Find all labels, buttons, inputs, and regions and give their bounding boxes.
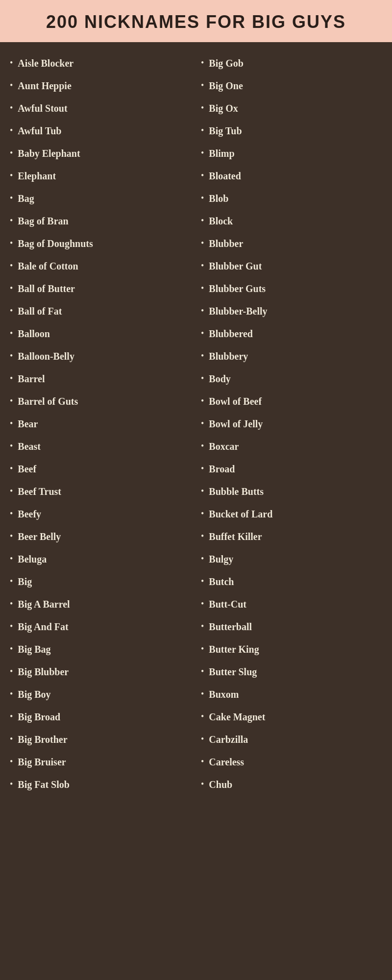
nickname-text: Big Bruiser (18, 756, 66, 768)
bullet-icon: • (201, 666, 204, 677)
bullet-icon: • (201, 238, 204, 248)
nickname-text: Cake Magnet (209, 710, 265, 723)
nickname-text: Buffet Killer (209, 530, 262, 543)
list-item: • Awful Stout (10, 97, 191, 120)
list-item: • Ball of Fat (10, 300, 191, 322)
bullet-icon: • (201, 689, 204, 699)
nickname-text: Awful Tub (18, 124, 61, 137)
bullet-icon: • (201, 283, 204, 294)
list-item: • Big Gob (201, 52, 382, 74)
list-item: • Awful Tub (10, 120, 191, 142)
list-item: • Careless (201, 751, 382, 773)
list-item: • Beefy (10, 503, 191, 525)
bullet-icon: • (201, 509, 204, 519)
nickname-text: Beer Belly (18, 530, 61, 543)
bullet-icon: • (201, 441, 204, 451)
bullet-icon: • (201, 80, 204, 91)
content-area: • Aisle Blocker • Aunt Heppie • Awful St… (0, 42, 392, 806)
bullet-icon: • (201, 464, 204, 474)
list-item: • Big Broad (10, 706, 191, 728)
list-item: • Bubble Butts (201, 480, 382, 503)
bullet-icon: • (10, 464, 13, 474)
list-item: • Buffet Killer (201, 525, 382, 548)
list-item: • Bag (10, 187, 191, 210)
list-item: • Butter King (201, 638, 382, 661)
list-item: • Blubber Guts (201, 277, 382, 300)
page-header: 200 NICKNAMES FOR BIG GUYS (0, 0, 392, 42)
bullet-icon: • (10, 734, 13, 744)
list-item: • Beef (10, 458, 191, 480)
bullet-icon: • (10, 418, 13, 429)
list-item: • Bowl of Jelly (201, 413, 382, 435)
bullet-icon: • (10, 486, 13, 496)
bullet-icon: • (201, 351, 204, 361)
nickname-text: Awful Stout (18, 102, 67, 115)
bullet-icon: • (10, 621, 13, 632)
list-item: • Beast (10, 435, 191, 458)
bullet-icon: • (10, 306, 13, 316)
nickname-text: Butch (209, 575, 234, 588)
list-item: • Bag of Bran (10, 210, 191, 232)
nickname-text: Big Bag (18, 643, 50, 656)
nickname-text: Balloon (18, 327, 50, 340)
nickname-text: Bowl of Beef (209, 395, 262, 408)
list-item: • Big A Barrel (10, 593, 191, 615)
list-item: • Beluga (10, 548, 191, 570)
list-item: • Big Brother (10, 728, 191, 751)
nickname-text: Blubber Gut (209, 260, 262, 272)
nickname-text: Bag of Bran (18, 215, 68, 227)
nickname-text: Big A Barrel (18, 598, 70, 611)
bullet-icon: • (10, 351, 13, 361)
bullet-icon: • (10, 396, 13, 406)
nickname-text: Big (18, 575, 32, 588)
bullet-icon: • (201, 576, 204, 587)
bullet-icon: • (10, 689, 13, 699)
list-item: • Bag of Doughnuts (10, 232, 191, 255)
list-item: • Bowl of Beef (201, 390, 382, 413)
bullet-icon: • (10, 171, 13, 181)
nickname-text: Blubber (209, 237, 243, 250)
bullet-icon: • (201, 328, 204, 339)
list-item: • Carbzilla (201, 728, 382, 751)
bullet-icon: • (201, 396, 204, 406)
bullet-icon: • (201, 58, 204, 68)
bullet-icon: • (10, 711, 13, 722)
nickname-text: Big Brother (18, 733, 67, 746)
list-item: • Big Fat Slob (10, 773, 191, 796)
list-item: • Barrel (10, 368, 191, 390)
nickname-text: Big Ox (209, 102, 238, 115)
bullet-icon: • (201, 193, 204, 203)
bullet-icon: • (10, 509, 13, 519)
nickname-text: Bale of Cotton (18, 260, 78, 272)
bullet-icon: • (201, 261, 204, 271)
nickname-text: Blubber Guts (209, 282, 266, 295)
bullet-icon: • (201, 757, 204, 767)
bullet-icon: • (201, 554, 204, 564)
list-item: • Big Boy (10, 683, 191, 706)
nickname-text: Block (209, 215, 233, 227)
list-item: • Blubber (201, 232, 382, 255)
nickname-text: Bowl of Jelly (209, 417, 263, 430)
left-column: • Aisle Blocker • Aunt Heppie • Awful St… (5, 52, 196, 796)
nickname-text: Beast (18, 440, 41, 453)
nickname-text: Ball of Butter (18, 282, 75, 295)
nickname-text: Blimp (209, 147, 234, 160)
nickname-text: Bag of Doughnuts (18, 237, 93, 250)
bullet-icon: • (201, 711, 204, 722)
list-item: • Body (201, 368, 382, 390)
bullet-icon: • (201, 644, 204, 654)
bullet-icon: • (10, 576, 13, 587)
nickname-text: Butt-Cut (209, 598, 246, 611)
nickname-text: Big Gob (209, 57, 244, 70)
bullet-icon: • (10, 216, 13, 226)
nickname-text: Boxcar (209, 440, 239, 453)
bullet-icon: • (10, 373, 13, 384)
bullet-icon: • (10, 261, 13, 271)
nickname-text: Carbzilla (209, 733, 248, 746)
list-item: • Big And Fat (10, 615, 191, 638)
bullet-icon: • (10, 779, 13, 789)
nickname-text: Bulgy (209, 553, 233, 565)
nickname-text: Bucket of Lard (209, 508, 272, 520)
bullet-icon: • (10, 531, 13, 541)
bullet-icon: • (10, 644, 13, 654)
